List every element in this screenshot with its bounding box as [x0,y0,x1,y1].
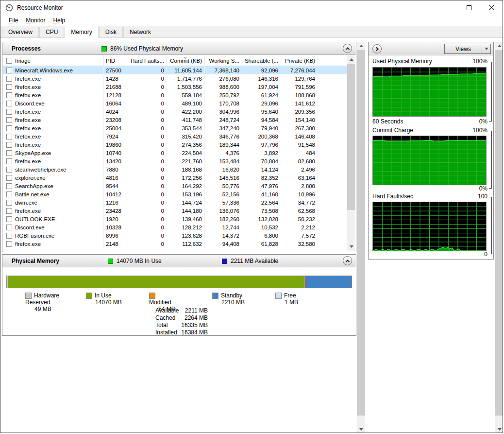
process-row[interactable]: Discord.exe160640489,100170,70829,096141… [3,99,347,107]
close-button[interactable] [480,0,503,15]
row-checkbox[interactable] [6,216,12,222]
processes-header[interactable]: Processes 86% Used Physical Memory [2,42,356,55]
process-row[interactable]: Discord.exe103280128,21212,74410,5322,21… [3,223,347,231]
process-row[interactable]: firefox.exe121280559,184250,79261,924188… [3,91,347,99]
left-pane-scrollbar[interactable] [357,42,365,433]
row-checkbox[interactable] [6,233,12,239]
scrollbar-thumb[interactable] [347,64,355,210]
process-image-name: Discord.exe [15,225,45,230]
physical-memory-header[interactable]: Physical Memory 14070 MB In Use 2211 MB … [2,255,356,267]
row-checkbox[interactable] [6,167,12,173]
process-row[interactable]: Minecraft.Windows.exe27500011,605,1447,3… [3,66,347,74]
physical-memory-bar [6,276,352,288]
process-row[interactable]: Battle.net.exe104120153,19652,15641,1601… [3,190,347,198]
process-row[interactable]: SearchApp.exe95440164,29250,77647,9762,8… [3,182,347,190]
process-image-name: SkypeApp.exe [15,150,51,156]
process-row[interactable]: firefox.exe79240315,420346,776200,368146… [3,132,347,140]
row-checkbox[interactable] [6,158,12,164]
column-shareable[interactable]: Shareable (... [242,55,281,66]
tab-memory[interactable]: Memory [65,26,98,38]
row-checkbox[interactable] [6,150,12,156]
row-checkbox[interactable] [6,175,12,181]
row-checkbox[interactable] [6,183,12,189]
process-row[interactable]: firefox.exe250040353,544347,24079,940267… [3,124,347,132]
views-dropdown-arrow[interactable] [482,44,490,53]
process-cell: 0 [126,132,167,140]
scroll-down-icon[interactable] [347,243,355,251]
row-checkbox[interactable] [6,134,12,139]
row-checkbox[interactable] [6,208,12,214]
commit-charge-graph [372,136,487,185]
row-checkbox[interactable] [6,241,12,247]
right-pane-scrollbar[interactable] [495,42,503,433]
process-row[interactable]: RGBFusion.exe89960123,62814,3726,8007,57… [3,231,347,240]
panel-expand-button[interactable] [372,44,382,53]
scrollbar-thumb[interactable] [495,50,503,416]
row-checkbox[interactable] [6,92,12,98]
row-checkbox[interactable] [6,125,12,131]
process-row[interactable]: dwm.exe12160144,72457,33622,56434,772 [3,198,347,207]
column-hard-faults[interactable]: Hard Faults... [126,55,167,66]
tab-cpu[interactable]: CPU [39,27,64,37]
process-row[interactable]: firefox.exe234280144,180136,07673,50862,… [3,207,347,215]
views-button[interactable]: Views [444,44,491,54]
process-cell: 62,568 [281,207,318,215]
select-all-checkbox[interactable] [6,58,12,64]
process-row[interactable]: firefox.exe2168801,503,556988,600197,004… [3,83,347,91]
process-row[interactable]: firefox.exe21480112,63294,40861,82832,58… [3,240,347,248]
process-row[interactable]: steamwebhelper.exe78800188,16816,62014,1… [3,165,347,174]
maximize-button[interactable] [458,0,480,15]
tab-overview[interactable]: Overview [2,27,39,37]
tab-network[interactable]: Network [123,27,157,37]
row-checkbox[interactable] [6,109,12,115]
row-checkbox[interactable] [6,76,12,82]
menu-file[interactable]: File [5,16,22,25]
process-cell: 0 [126,116,167,124]
row-checkbox[interactable] [6,117,12,123]
process-row[interactable]: firefox.exe232080411,748248,72494,584154… [3,116,347,124]
process-cell: 139,460 [167,215,205,223]
process-table-scrollbar[interactable] [347,55,355,251]
column-pid[interactable]: PID [104,55,126,66]
row-checkbox[interactable] [6,200,12,206]
row-checkbox[interactable] [6,84,12,90]
column-image[interactable]: Image [3,55,104,66]
tab-disk[interactable]: Disk [99,27,123,37]
column-working-set[interactable]: Working S... [205,55,242,66]
used-physical-memory-graph [372,67,487,117]
stat-cached: Cached2264 MB [155,314,208,322]
column-private[interactable]: Private (KB) [281,55,318,66]
scroll-up-icon[interactable] [347,55,355,64]
process-row[interactable]: firefox.exe142801,714,776276,080146,3161… [3,74,347,83]
graph-min-label: 0 [484,251,487,258]
close-icon [488,5,494,11]
minimize-button[interactable] [436,0,458,15]
process-row[interactable]: SkypeApp.exe107400224,5044,3763,892484 [3,149,347,157]
row-checkbox[interactable] [6,68,12,73]
process-row[interactable]: firefox.exe134200221,760153,48470,80482,… [3,157,347,165]
menu-monitor[interactable]: Monitor [22,16,49,25]
scroll-down-icon[interactable] [495,425,503,433]
process-cell: 7,276,044 [281,66,318,74]
available-status: 2211 MB Available [222,255,278,267]
scroll-up-icon[interactable] [357,42,365,50]
process-cell: 23428 [104,207,126,215]
processes-collapse-button[interactable] [343,44,352,53]
row-checkbox[interactable] [6,225,12,230]
resource-monitor-icon [5,4,13,12]
column-commit[interactable]: Commit (KB) [167,55,205,66]
process-row[interactable]: OUTLOOK.EXE19200139,460182,260132,02850,… [3,215,347,223]
process-row[interactable]: explorer.exe48160172,256145,51682,35263,… [3,174,347,182]
scrollbar-thumb[interactable] [357,50,365,416]
row-checkbox[interactable] [6,142,12,148]
process-row[interactable]: firefox.exe198600274,356189,34497,79691,… [3,140,347,149]
physical-memory-collapse-button[interactable] [343,256,352,265]
scroll-up-icon[interactable] [495,42,503,50]
row-checkbox[interactable] [6,101,12,106]
row-checkbox[interactable] [6,191,12,197]
scroll-down-icon[interactable] [357,425,365,433]
tab-strip: Overview CPU Memory Disk Network [0,26,503,38]
process-row[interactable]: firefox.exe40240422,200304,99695,640209,… [3,107,347,116]
process-cell: 14,372 [205,231,242,240]
menu-help[interactable]: Help [49,16,69,25]
